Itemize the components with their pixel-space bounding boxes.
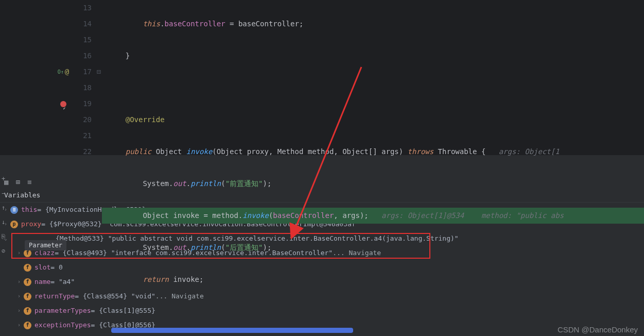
up-icon[interactable]: ↑ (2, 204, 9, 211)
line-number: 21 (76, 128, 92, 144)
line-number: 22 (76, 144, 92, 160)
inline-hint: args: Object[1 (485, 147, 559, 156)
down-icon[interactable]: ↓ (2, 219, 9, 226)
debugger-tab-icon[interactable]: ⊞ (15, 178, 20, 186)
expand-icon[interactable]: › (15, 275, 23, 289)
inline-hint: args: Object[1]@534 (369, 211, 464, 220)
field-icon: f (24, 264, 31, 272)
watermark: CSDN @DanceDonkey (558, 325, 638, 334)
line-number: 17 (76, 64, 92, 80)
field-icon: f (24, 307, 31, 315)
override-marker-icon: O↑ (58, 64, 64, 80)
debug-side-strip: + − ↑ ↓ ⎘ ⊘ (0, 170, 10, 255)
code-area[interactable]: this.baseController = baseController; } … (108, 0, 644, 155)
this-icon: ≡ (10, 206, 18, 214)
code-editor[interactable]: 13 14 15 16 O↑@17⊟ 18 19 20 21 22 this.b… (0, 0, 644, 155)
line-number: 15 (76, 32, 92, 48)
expand-icon[interactable]: › (15, 289, 23, 304)
remove-icon[interactable]: − (2, 190, 9, 197)
breakpoint-icon[interactable] (60, 101, 66, 107)
horizontal-scrollbar[interactable] (111, 328, 634, 333)
debugger-tab-icon[interactable]: ≡ (27, 178, 31, 186)
field-icon: f (24, 278, 31, 286)
gutter: 13 14 15 16 O↑@17⊟ 18 19 20 21 22 (0, 0, 108, 155)
line-number: 14 (76, 16, 92, 32)
annotation-marker-icon: @ (65, 64, 69, 80)
line-number: 13 (76, 0, 92, 16)
add-icon[interactable]: + (2, 175, 9, 182)
field-icon: f (24, 322, 31, 329)
expand-icon[interactable]: › (15, 304, 23, 318)
line-number: 18 (76, 80, 92, 96)
inline-hint: method: "public abs (464, 211, 564, 220)
expand-icon[interactable]: › (15, 318, 23, 332)
code-annotation: @Override (126, 115, 165, 124)
line-number: 19 (76, 96, 92, 112)
link-icon[interactable]: ⊘ (2, 247, 9, 255)
expand-icon[interactable]: › (15, 246, 23, 260)
param-icon: p (10, 221, 18, 228)
fold-icon[interactable]: ⊟ (92, 64, 101, 80)
line-number: 20 (76, 112, 92, 128)
line-number: 16 (76, 48, 92, 64)
field-icon: f (24, 293, 31, 300)
copy-icon[interactable]: ⎘ (2, 233, 9, 240)
code-token: this (143, 20, 160, 28)
parameter-tooltip: Parameter (25, 240, 66, 250)
